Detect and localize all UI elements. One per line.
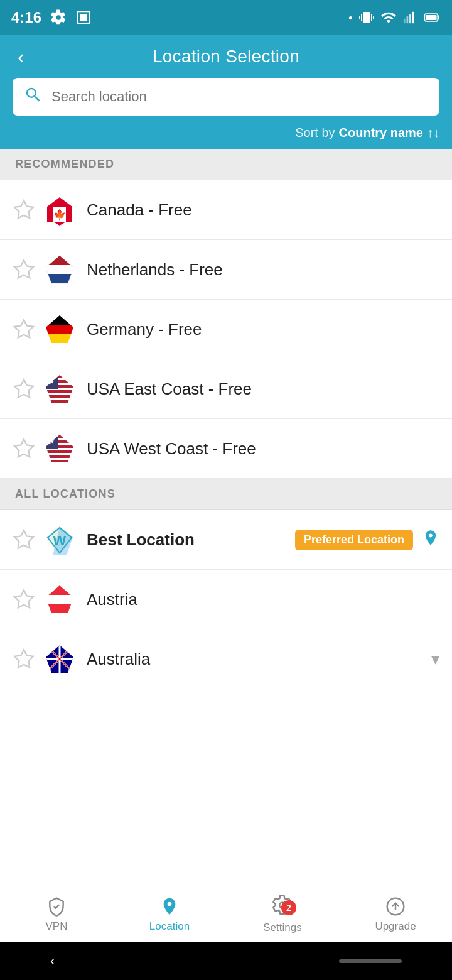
svg-rect-7 xyxy=(426,15,437,20)
svg-rect-21 xyxy=(46,274,73,283)
section-recommended: RECOMMENDED xyxy=(0,149,452,180)
search-input[interactable] xyxy=(51,89,428,105)
flag-australia xyxy=(44,643,75,675)
star-austria[interactable] xyxy=(13,588,35,611)
svg-rect-5 xyxy=(412,12,414,23)
nav-item-upgrade[interactable]: Upgrade xyxy=(339,886,452,942)
nav-item-location[interactable]: Location xyxy=(113,886,226,942)
screenshot-status-icon xyxy=(75,9,92,26)
svg-rect-25 xyxy=(46,315,73,325)
status-time: 4:16 xyxy=(11,9,41,26)
chevron-down-icon[interactable]: ▾ xyxy=(431,650,439,669)
location-row-netherlands[interactable]: Netherlands - Free xyxy=(0,240,452,300)
flag-netherlands xyxy=(44,254,75,285)
location-row-canada[interactable]: 🍁 Canada - Free xyxy=(0,180,452,240)
preferred-badge: Preferred Location xyxy=(295,530,413,550)
location-name-usa-east: USA East Coast - Free xyxy=(87,379,439,399)
status-left: 4:16 xyxy=(11,9,92,26)
svg-rect-47 xyxy=(46,460,73,463)
star-usa-east[interactable] xyxy=(13,378,35,400)
sort-label: Sort by xyxy=(295,126,335,140)
location-name-austria: Austria xyxy=(87,590,439,609)
star-australia[interactable] xyxy=(13,648,35,670)
flag-austria xyxy=(44,584,75,615)
svg-rect-61 xyxy=(46,604,73,613)
header: ‹ Location Selection Sort by Country nam… xyxy=(0,35,452,149)
flag-usa-east: ★ xyxy=(44,373,75,405)
location-row-usa-west[interactable]: ★ USA West Coast - Free xyxy=(0,419,452,479)
svg-rect-13 xyxy=(66,207,72,222)
dot-icon: ● xyxy=(348,13,353,22)
page-title: Location Selection xyxy=(153,46,299,67)
vibrate-icon xyxy=(359,10,374,25)
nav-label-location: Location xyxy=(149,920,190,933)
svg-rect-3 xyxy=(407,16,409,23)
svg-rect-36 xyxy=(46,400,73,403)
star-canada[interactable] xyxy=(13,199,35,221)
svg-text:★: ★ xyxy=(49,438,55,445)
svg-rect-4 xyxy=(409,14,411,24)
location-row-best[interactable]: W Best Location Preferred Location xyxy=(0,510,452,570)
location-row-austria[interactable]: Austria xyxy=(0,570,452,629)
location-row-germany[interactable]: Germany - Free xyxy=(0,300,452,359)
svg-text:🍁: 🍁 xyxy=(53,209,66,220)
svg-marker-28 xyxy=(14,379,33,398)
settings-badge: 2 xyxy=(281,900,296,915)
flag-canada: 🍁 xyxy=(44,194,75,226)
status-bar: 4:16 ● xyxy=(0,0,452,35)
svg-rect-27 xyxy=(46,334,73,343)
location-name-netherlands: Netherlands - Free xyxy=(87,260,439,280)
location-name-germany: Germany - Free xyxy=(87,320,439,339)
location-row-usa-east[interactable]: ★ USA East Coast - Free xyxy=(0,359,452,419)
home-pill[interactable] xyxy=(339,959,402,963)
svg-marker-62 xyxy=(14,650,33,668)
location-row-australia[interactable]: Australia ▾ xyxy=(0,629,452,689)
system-bar: ‹ xyxy=(0,942,452,980)
flag-usa-west: ★ xyxy=(44,433,75,464)
svg-marker-8 xyxy=(14,200,33,219)
svg-rect-19 xyxy=(46,256,73,265)
svg-rect-34 xyxy=(46,390,73,393)
svg-rect-45 xyxy=(46,450,73,453)
back-system-button[interactable]: ‹ xyxy=(50,953,55,969)
flag-best-location: W xyxy=(44,524,75,555)
search-bar xyxy=(13,78,439,116)
nav-label-vpn: VPN xyxy=(46,920,68,933)
svg-rect-59 xyxy=(46,585,73,595)
status-right: ● xyxy=(348,9,441,26)
svg-marker-56 xyxy=(14,590,33,608)
location-pin-nav-icon xyxy=(159,896,180,917)
svg-marker-15 xyxy=(14,260,33,278)
search-icon xyxy=(24,85,43,109)
back-button[interactable]: ‹ xyxy=(13,43,30,71)
svg-marker-22 xyxy=(14,320,33,338)
star-netherlands[interactable] xyxy=(13,258,35,281)
svg-rect-12 xyxy=(47,207,53,222)
svg-rect-20 xyxy=(46,265,73,274)
svg-rect-26 xyxy=(46,325,73,334)
header-title-row: ‹ Location Selection xyxy=(13,46,439,78)
svg-rect-35 xyxy=(46,395,73,398)
location-name-usa-west: USA West Coast - Free xyxy=(87,439,439,459)
star-best[interactable] xyxy=(13,528,35,551)
location-name-canada: Canada - Free xyxy=(87,200,439,220)
upload-nav-icon xyxy=(385,896,406,917)
nav-item-settings[interactable]: 2 Settings xyxy=(226,886,339,942)
gear-status-icon xyxy=(50,9,67,26)
svg-rect-1 xyxy=(80,14,87,21)
battery-icon xyxy=(423,9,441,26)
svg-marker-39 xyxy=(14,439,33,457)
shield-icon xyxy=(46,896,67,917)
nav-label-upgrade: Upgrade xyxy=(375,920,416,933)
star-germany[interactable] xyxy=(13,318,35,340)
sort-value: Country name xyxy=(339,126,423,140)
signal-icon xyxy=(403,11,417,24)
svg-rect-46 xyxy=(46,455,73,458)
section-all-locations: ALL LOCATIONS xyxy=(0,479,452,510)
nav-label-settings: Settings xyxy=(263,922,301,934)
nav-item-vpn[interactable]: VPN xyxy=(0,886,113,942)
svg-text:★: ★ xyxy=(49,378,55,385)
star-usa-west[interactable] xyxy=(13,437,35,460)
bottom-nav: VPN Location 2 Settings Upgrade xyxy=(0,886,452,942)
sort-arrows-icon[interactable]: ↑↓ xyxy=(427,126,439,140)
